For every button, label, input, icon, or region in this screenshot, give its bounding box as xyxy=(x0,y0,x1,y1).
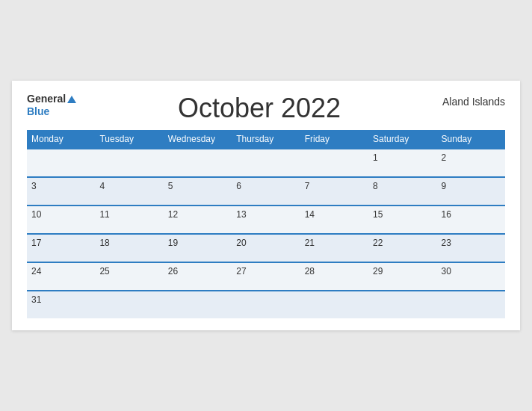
calendar-day-cell: 17 xyxy=(27,234,95,262)
day-number: 1 xyxy=(373,152,378,163)
header-saturday: Saturday xyxy=(368,130,436,149)
day-number: 30 xyxy=(442,266,451,276)
day-number: 28 xyxy=(305,266,315,276)
calendar-day-cell: 7 xyxy=(300,177,368,206)
header-wednesday: Wednesday xyxy=(164,130,232,149)
calendar-day-cell xyxy=(368,291,436,318)
calendar-day-cell: 11 xyxy=(95,206,163,234)
calendar-day-cell: 10 xyxy=(27,206,95,234)
calendar-day-cell xyxy=(300,149,368,177)
header-friday: Friday xyxy=(300,130,368,149)
day-number: 11 xyxy=(99,209,109,220)
day-number: 10 xyxy=(31,209,41,220)
calendar-day-cell: 6 xyxy=(232,177,300,206)
day-number: 29 xyxy=(373,266,383,276)
day-number: 16 xyxy=(442,209,451,220)
calendar-day-cell: 29 xyxy=(368,262,436,291)
calendar-day-cell: 13 xyxy=(232,206,300,234)
calendar-header: General Blue October 2022 Aland Islands xyxy=(27,93,505,124)
calendar-day-cell: 16 xyxy=(437,206,505,234)
logo: General Blue xyxy=(27,93,76,118)
calendar-grid: Monday Tuesday Wednesday Thursday Friday… xyxy=(27,130,505,318)
calendar-day-cell: 14 xyxy=(300,206,368,234)
calendar-day-cell: 31 xyxy=(27,291,95,318)
calendar-week-row: 31 xyxy=(27,291,505,318)
day-number: 27 xyxy=(236,266,246,276)
calendar-day-cell xyxy=(232,149,300,177)
day-number: 2 xyxy=(442,152,447,163)
day-number: 25 xyxy=(99,266,109,276)
calendar-day-cell: 24 xyxy=(27,262,95,291)
calendar-day-cell xyxy=(95,149,163,177)
calendar-week-row: 12 xyxy=(27,149,505,177)
calendar-day-cell xyxy=(164,149,232,177)
day-number: 4 xyxy=(99,181,105,191)
day-number: 17 xyxy=(31,238,41,248)
day-number: 7 xyxy=(305,181,310,191)
day-number: 5 xyxy=(168,181,173,191)
calendar-day-cell xyxy=(164,291,232,318)
logo-triangle-icon xyxy=(67,96,76,103)
calendar-day-cell: 12 xyxy=(164,206,232,234)
header-tuesday: Tuesday xyxy=(95,130,163,149)
calendar-day-cell: 30 xyxy=(437,262,505,291)
calendar-day-cell: 4 xyxy=(95,177,163,206)
calendar-day-cell: 5 xyxy=(164,177,232,206)
calendar-day-cell: 20 xyxy=(232,234,300,262)
calendar-day-cell: 25 xyxy=(95,262,163,291)
day-number: 13 xyxy=(236,209,246,220)
region-label: Aland Islands xyxy=(442,93,505,108)
header-sunday: Sunday xyxy=(437,130,505,149)
calendar-day-cell: 1 xyxy=(368,149,436,177)
calendar-day-cell: 22 xyxy=(368,234,436,262)
calendar-day-cell: 26 xyxy=(164,262,232,291)
day-number: 3 xyxy=(31,181,37,191)
calendar-day-cell: 28 xyxy=(300,262,368,291)
calendar-week-row: 17181920212223 xyxy=(27,234,505,262)
calendar-title: October 2022 xyxy=(76,93,442,124)
calendar-week-row: 3456789 xyxy=(27,177,505,206)
day-number: 23 xyxy=(442,238,451,248)
day-number: 9 xyxy=(442,181,447,191)
calendar-container: General Blue October 2022 Aland Islands … xyxy=(12,81,520,330)
day-number: 20 xyxy=(236,238,246,248)
day-number: 15 xyxy=(373,209,383,220)
calendar-day-cell: 3 xyxy=(27,177,95,206)
header-monday: Monday xyxy=(27,130,95,149)
day-number: 22 xyxy=(373,238,383,248)
day-number: 14 xyxy=(305,209,315,220)
day-number: 31 xyxy=(31,294,41,305)
calendar-day-cell xyxy=(300,291,368,318)
calendar-week-row: 10111213141516 xyxy=(27,206,505,234)
calendar-day-cell: 9 xyxy=(437,177,505,206)
calendar-day-cell: 21 xyxy=(300,234,368,262)
header-thursday: Thursday xyxy=(232,130,300,149)
calendar-day-cell: 2 xyxy=(437,149,505,177)
day-number: 6 xyxy=(236,181,241,191)
day-number: 8 xyxy=(373,181,378,191)
calendar-day-cell xyxy=(95,291,163,318)
day-number: 21 xyxy=(305,238,315,248)
day-number: 26 xyxy=(168,266,178,276)
day-number: 24 xyxy=(31,266,41,276)
calendar-day-cell xyxy=(232,291,300,318)
days-header-row: Monday Tuesday Wednesday Thursday Friday… xyxy=(27,130,505,149)
calendar-day-cell: 23 xyxy=(437,234,505,262)
calendar-day-cell: 18 xyxy=(95,234,163,262)
calendar-day-cell xyxy=(437,291,505,318)
logo-general-text: General xyxy=(27,93,76,105)
calendar-day-cell: 15 xyxy=(368,206,436,234)
calendar-week-row: 24252627282930 xyxy=(27,262,505,291)
logo-blue-text: Blue xyxy=(27,105,49,118)
day-number: 19 xyxy=(168,238,178,248)
calendar-day-cell: 8 xyxy=(368,177,436,206)
calendar-day-cell xyxy=(27,149,95,177)
calendar-day-cell: 27 xyxy=(232,262,300,291)
calendar-day-cell: 19 xyxy=(164,234,232,262)
day-number: 12 xyxy=(168,209,178,220)
day-number: 18 xyxy=(99,238,109,248)
